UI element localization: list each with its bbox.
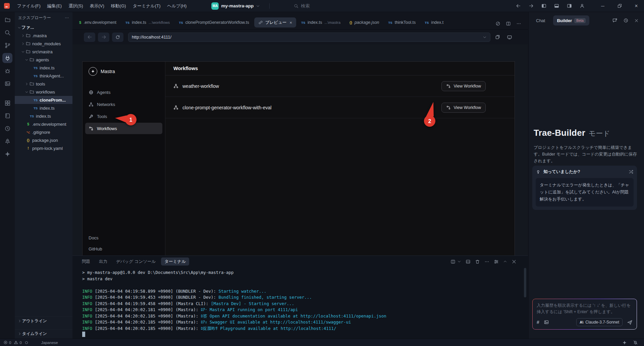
editor-tab-0[interactable]: $.env.development (75, 17, 120, 27)
more-icon[interactable] (484, 259, 489, 264)
book-activity-button[interactable] (2, 111, 12, 121)
terminal-scrollbar[interactable] (524, 268, 526, 297)
editor-tab-4[interactable]: TSindex.ts...\mastra (297, 17, 344, 27)
window-minimize-button[interactable]: ─ (595, 0, 610, 12)
view-workflow-button-1[interactable]: View Workflow (441, 103, 486, 113)
chat-input[interactable]: 入力履歴を順次表示するには '↑ ↓' を、新しい行を挿入するには 'Shift… (532, 299, 637, 330)
editor-tab-6[interactable]: TSthinkTool.ts (384, 17, 420, 27)
chevron-up-icon[interactable] (503, 260, 507, 264)
search-activity-button[interactable] (2, 27, 12, 38)
panel-tab-出力[interactable]: 出力 (96, 257, 111, 266)
debug-activity-button[interactable] (2, 66, 12, 76)
shuffle-icon[interactable] (629, 169, 634, 174)
attach-image-button[interactable] (544, 320, 549, 325)
close-icon[interactable]: × (289, 20, 292, 25)
tree-item-workflows[interactable]: workflows (15, 88, 72, 96)
toggle-right-panel-button[interactable] (564, 1, 575, 11)
tree-item-node-modules[interactable]: node_modules (15, 40, 72, 48)
panel-tab-デバッグ コンソール[interactable]: デバッグ コンソール (113, 257, 159, 266)
menu-item-1[interactable]: 編集(E) (44, 2, 65, 10)
device-preview-button[interactable] (504, 33, 515, 42)
problems-indicator[interactable]: 0 0 (3, 340, 29, 345)
model-selector[interactable]: A\ Claude-3.7-Sonnet (576, 318, 623, 326)
url-input[interactable]: http://localhost:4111/ (128, 33, 490, 42)
editor-tab-1[interactable]: TSindex.ts...\workflows (121, 17, 174, 27)
rocket-activity-button[interactable] (2, 136, 12, 146)
sliders-icon[interactable] (494, 259, 499, 264)
tree-item-src-mastra[interactable]: src\mastra (15, 48, 72, 56)
mastra-nav-agents[interactable]: Agents (85, 86, 162, 98)
tree-item--mastra[interactable]: .mastra (15, 32, 72, 40)
browser-refresh-button[interactable] (112, 33, 123, 42)
menu-item-6[interactable]: ヘルプ(H) (164, 2, 190, 10)
bell-off-icon[interactable] (633, 340, 638, 345)
tree-item-agents[interactable]: agents (15, 56, 72, 64)
send-button[interactable] (627, 320, 633, 325)
toggle-left-panel-button[interactable] (538, 1, 549, 11)
sparkle-icon[interactable] (622, 340, 627, 345)
nav-forward-button[interactable] (525, 1, 537, 11)
trash-icon[interactable] (475, 259, 480, 264)
window-restore-button[interactable] (612, 0, 627, 12)
editor-tab-7[interactable]: TSindex.t (421, 17, 447, 27)
editor-tab-5[interactable]: {}package.json (345, 17, 383, 27)
tab-chat[interactable]: Chat (533, 18, 548, 23)
tree-item-package-json[interactable]: {}package.json (15, 136, 72, 144)
terminal-output[interactable]: > my-mastra-app@1.0.0 dev D:\Documents\S… (72, 267, 528, 338)
menu-item-0[interactable]: ファイル(F) (14, 2, 44, 10)
global-search[interactable]: 検索 (294, 3, 310, 9)
split-icon[interactable] (506, 21, 511, 26)
mastra-docs-link[interactable]: Docs (89, 235, 102, 240)
menu-item-5[interactable]: ターミナル(T) (129, 2, 164, 10)
browser-forward-button[interactable] (98, 33, 109, 42)
editor-tab-2[interactable]: TSclonePromptGeneratorWorkflow.ts (175, 17, 253, 27)
panel-tab-問題[interactable]: 問題 (78, 257, 94, 266)
browser-back-button[interactable] (84, 33, 95, 42)
mastra-brand[interactable]: Mastra (83, 62, 165, 76)
new-chat-icon[interactable] (612, 18, 618, 23)
account-icon[interactable] (576, 1, 588, 11)
menu-item-2[interactable]: 選択(S) (65, 2, 86, 10)
tree-item-index-ts[interactable]: TSindex.ts (15, 104, 72, 112)
menu-item-4[interactable]: 移動(G) (108, 2, 129, 10)
context-hash-button[interactable]: # (537, 320, 539, 325)
plug-activity-button[interactable] (2, 53, 12, 63)
split-icon[interactable] (450, 259, 455, 264)
chevron-down-icon[interactable] (483, 35, 487, 39)
editor-tab-3[interactable]: プレビュー× (254, 17, 296, 27)
history-icon[interactable] (623, 18, 629, 23)
timeline-section[interactable]: タイムライン (15, 329, 72, 338)
toggle-bottom-panel-button[interactable] (551, 1, 562, 11)
slash-circle-icon[interactable] (495, 21, 500, 26)
files-activity-button[interactable] (2, 15, 12, 25)
tree-item--env-development[interactable]: $.env.development (15, 120, 72, 128)
open-in-window-button[interactable] (492, 33, 502, 42)
tree-item-tools[interactable]: tools (15, 80, 72, 88)
tree-item-index-ts[interactable]: TSindex.ts (15, 112, 72, 120)
image-activity-button[interactable] (2, 78, 12, 89)
source-control-activity-button[interactable] (2, 40, 12, 50)
tree-item-thinkagent-[interactable]: TSthinkAgent... (15, 72, 72, 80)
chevron-down-icon[interactable] (457, 260, 461, 264)
close-icon[interactable] (512, 259, 517, 264)
project-switcher[interactable]: MA my-mastra-app (211, 2, 260, 10)
sparkle-activity-button[interactable] (2, 149, 12, 159)
tree-item-index-ts[interactable]: TSindex.ts (15, 64, 72, 72)
tree-item--gitignore[interactable]: ⌥.gitignore (15, 128, 72, 136)
mastra-github-link[interactable]: GitHub (89, 246, 102, 251)
tree-item-cloneprom-[interactable]: TScloneProm... (15, 96, 72, 104)
window-close-button[interactable]: × (629, 0, 644, 12)
panel-tab-ターミナル[interactable]: ターミナル (161, 257, 189, 266)
tab-builder[interactable]: Builder Beta (553, 15, 589, 25)
extensions-activity-button[interactable] (2, 98, 12, 108)
mastra-nav-networks[interactable]: Networks (85, 99, 162, 110)
keyboard-language[interactable]: Japanese (41, 341, 58, 345)
explorer-more-button[interactable]: ⋯ (65, 15, 69, 20)
menu-item-3[interactable]: 表示(V) (87, 2, 108, 10)
view-workflow-button-0[interactable]: View Workflow (441, 81, 486, 91)
nav-back-button[interactable] (513, 1, 524, 11)
app-logo-icon[interactable] (4, 3, 10, 9)
outline-section[interactable]: アウトライン (15, 316, 72, 325)
close-icon[interactable] (634, 18, 639, 23)
clock-activity-button[interactable] (2, 123, 12, 133)
